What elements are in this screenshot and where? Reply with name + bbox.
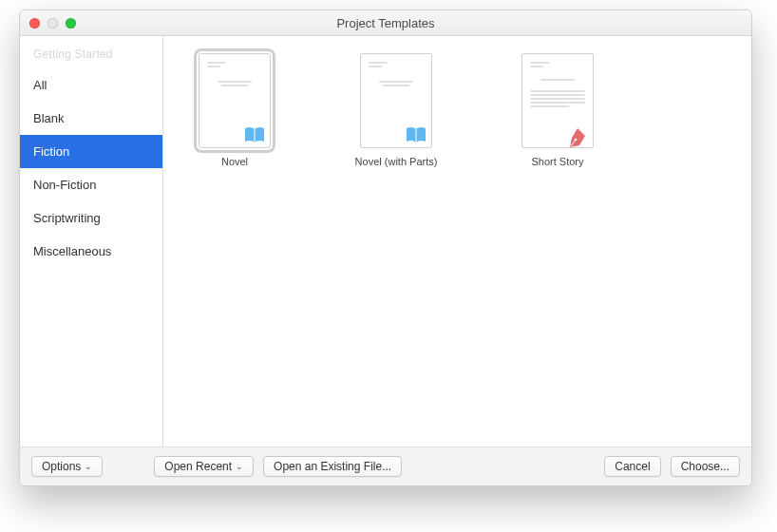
sidebar-item-all[interactable]: All <box>20 68 162 102</box>
window-body: Getting Started All Blank Fiction Non-Fi… <box>20 36 751 446</box>
sidebar-item-blank[interactable]: Blank <box>20 102 162 135</box>
template-novel-with-parts[interactable]: Novel (with Parts) <box>344 53 448 167</box>
template-label: Novel (with Parts) <box>355 156 438 167</box>
sidebar-item-scriptwriting[interactable]: Scriptwriting <box>20 201 162 235</box>
template-short-story[interactable]: Short Story <box>505 53 610 167</box>
template-label: Short Story <box>531 156 583 167</box>
footer-toolbar: Options ⌄ Open Recent ⌄ Open an Existing… <box>20 446 751 485</box>
sidebar-header: Getting Started <box>20 42 162 68</box>
template-grid: Novel <box>163 36 751 446</box>
project-templates-window: Project Templates Getting Started All Bl… <box>19 10 752 486</box>
book-icon <box>243 126 266 143</box>
template-thumbnail <box>521 53 594 148</box>
sidebar-item-fiction[interactable]: Fiction <box>20 135 162 168</box>
sidebar-item-non-fiction[interactable]: Non-Fiction <box>20 168 162 201</box>
choose-label: Choose... <box>681 460 730 473</box>
chevron-down-icon: ⌄ <box>85 462 92 471</box>
options-menu-button[interactable]: Options ⌄ <box>31 456 103 477</box>
sidebar-item-miscellaneous[interactable]: Miscellaneous <box>20 235 162 268</box>
cancel-button[interactable]: Cancel <box>604 456 660 477</box>
open-existing-label: Open an Existing File... <box>274 460 391 473</box>
template-label: Novel <box>221 156 248 167</box>
open-existing-file-button[interactable]: Open an Existing File... <box>263 456 402 477</box>
chevron-down-icon: ⌄ <box>236 462 243 471</box>
sidebar: Getting Started All Blank Fiction Non-Fi… <box>20 36 163 446</box>
template-novel[interactable]: Novel <box>182 53 287 167</box>
cancel-label: Cancel <box>615 460 650 473</box>
pen-nib-icon <box>566 126 589 143</box>
open-recent-label: Open Recent <box>164 460 232 473</box>
template-thumbnail <box>199 53 271 148</box>
titlebar: Project Templates <box>20 10 751 36</box>
book-icon <box>405 126 427 143</box>
options-label: Options <box>42 460 81 473</box>
template-thumbnail <box>360 53 432 148</box>
choose-button[interactable]: Choose... <box>671 456 740 477</box>
open-recent-menu-button[interactable]: Open Recent ⌄ <box>154 456 254 477</box>
window-title: Project Templates <box>20 16 751 30</box>
